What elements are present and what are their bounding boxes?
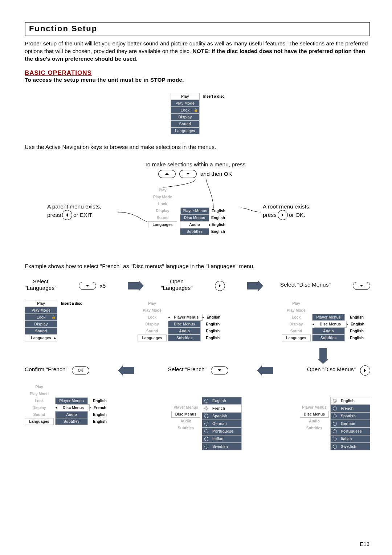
- menu-lock: Lock🔒: [171, 107, 200, 114]
- title-bar: Function Setup: [25, 22, 370, 36]
- menu-playmode: Play Mode: [171, 100, 200, 107]
- step5: Select "French": [168, 366, 207, 373]
- confirm-main: Play Play Mode Lock Display Sound Langua…: [25, 384, 54, 425]
- page-number: E13: [360, 541, 369, 547]
- example-line: Example shows how to select "French" as …: [25, 263, 370, 270]
- flow-menu-3-left: Play Play Mode Lock Display Sound Langua…: [282, 300, 311, 341]
- insert-disc-label: Insert a disc: [203, 94, 224, 98]
- select-french-list: English French Spanish German Portuguese…: [202, 397, 242, 450]
- step2b: "Languages": [161, 285, 193, 291]
- access-line: To access the setup menu the unit must b…: [25, 77, 370, 83]
- page-title: Function Setup: [29, 24, 366, 33]
- right-circle: [215, 281, 225, 291]
- step4: Open "Disc Menus": [307, 366, 356, 373]
- basic-operations-heading: BASIC OPERATIONS: [25, 69, 370, 77]
- down-oval-2: [353, 282, 370, 290]
- ok-button: OK: [72, 366, 89, 374]
- connector-lines: [25, 161, 351, 256]
- step1b: "Languages": [25, 285, 57, 291]
- flow-menu-3-sub: Player MenusEnglish ◂Disc Menus▸English …: [312, 314, 370, 341]
- arrow-right-icon: [128, 282, 139, 289]
- down-oval-3: [211, 366, 228, 374]
- step2a: Open: [170, 278, 184, 284]
- open-dm-sub: Player Menus Disc Menus Audio Subtitles: [300, 404, 329, 450]
- nav-note: Use the Active Navigation keys to browse…: [25, 144, 370, 150]
- flow-menu-2-sub: ◂Player Menus▸English Disc MenusEnglish …: [168, 314, 226, 341]
- arrow-right-icon-2: [247, 282, 258, 289]
- menu-display: Display: [171, 114, 200, 121]
- x5-label: x5: [100, 283, 106, 289]
- setup-main-menu: PlayInsert a disc Play Mode Lock🔒 Displa…: [171, 93, 224, 134]
- arrow-left-icon: [123, 367, 134, 374]
- intro-paragraph: Proper setup of the unit will let you en…: [25, 40, 370, 63]
- flow-menu-2-left: Play Play Mode Lock Display Sound Langua…: [138, 300, 167, 341]
- arrow-down-icon: [319, 348, 327, 359]
- arrow-left-icon-2: [262, 367, 273, 374]
- confirm-sub: Player MenusEnglish ◂Disc Menus▸French A…: [55, 397, 113, 425]
- select-french-sub: Player Menus Disc Menus Audio Subtitles: [171, 404, 200, 450]
- menu-languages: Languages: [171, 127, 200, 134]
- flow-menu-1: PlayInsert a disc Play Mode Lock🔒 Displa…: [25, 300, 82, 341]
- lock-icon: 🔒: [194, 108, 198, 112]
- right-circle-2: [360, 365, 370, 376]
- step6: Confirm "French": [25, 366, 68, 373]
- menu-sound: Sound: [171, 121, 200, 127]
- step3: Select "Disc Menus": [280, 281, 331, 288]
- insert-a-disc-2: Insert a disc: [61, 301, 82, 305]
- step1a: Select: [33, 278, 48, 284]
- menu-play: Play: [171, 93, 200, 100]
- down-oval: [79, 282, 96, 290]
- open-dm-list: English French Spanish German Portuguese…: [330, 397, 370, 450]
